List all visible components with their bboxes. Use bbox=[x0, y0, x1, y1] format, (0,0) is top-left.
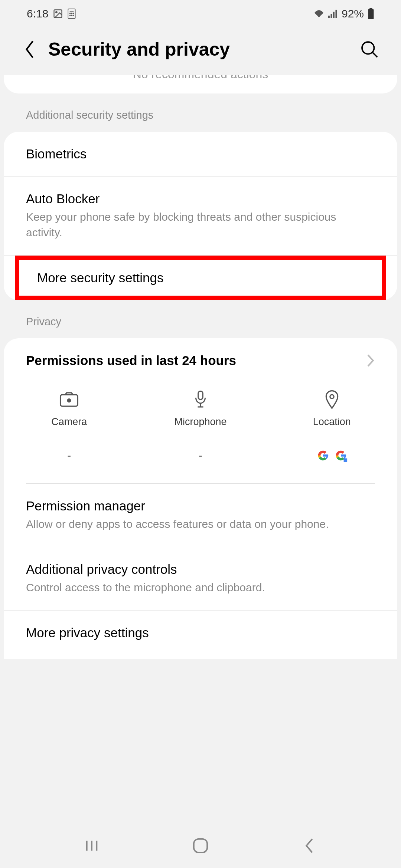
permissions-24h-item[interactable]: Permissions used in last 24 hours bbox=[4, 338, 397, 379]
svg-rect-20 bbox=[198, 391, 203, 400]
perm-camera-label: Camera bbox=[51, 416, 87, 428]
svg-point-5 bbox=[71, 13, 72, 14]
calculator-icon bbox=[68, 9, 76, 19]
permissions-24h-title: Permissions used in last 24 hours bbox=[26, 353, 236, 368]
battery-icon bbox=[368, 8, 374, 19]
svg-point-8 bbox=[71, 15, 72, 16]
back-button[interactable] bbox=[22, 42, 37, 57]
page-title: Security and privacy bbox=[48, 39, 349, 60]
svg-point-19 bbox=[68, 399, 71, 402]
auto-blocker-subtitle: Keep your phone safe by blocking threats… bbox=[26, 209, 375, 240]
biometrics-title: Biometrics bbox=[26, 147, 375, 161]
navigation-bar bbox=[0, 823, 401, 868]
status-right: 92% bbox=[313, 7, 374, 20]
perm-location-col[interactable]: Location bbox=[266, 390, 397, 465]
svg-point-6 bbox=[73, 13, 74, 14]
perm-microphone-label: Microphone bbox=[174, 416, 226, 428]
svg-point-4 bbox=[70, 13, 71, 14]
image-icon bbox=[53, 9, 63, 19]
perm-microphone-apps: - bbox=[199, 446, 202, 465]
home-icon bbox=[192, 838, 209, 854]
google-app-icon bbox=[316, 448, 330, 463]
more-security-title: More security settings bbox=[37, 270, 364, 285]
nav-recents[interactable] bbox=[81, 835, 103, 857]
chevron-right-icon bbox=[366, 354, 375, 368]
search-button[interactable] bbox=[360, 40, 379, 59]
nav-back-icon bbox=[304, 838, 315, 854]
page-header: Security and privacy bbox=[0, 24, 401, 75]
more-security-item[interactable]: More security settings bbox=[15, 256, 386, 300]
svg-point-7 bbox=[70, 15, 71, 16]
svg-line-17 bbox=[373, 53, 378, 57]
permission-manager-item[interactable]: Permission manager Allow or deny apps to… bbox=[4, 484, 397, 547]
additional-privacy-subtitle: Control access to the microphone and cli… bbox=[26, 580, 375, 595]
svg-rect-14 bbox=[369, 8, 372, 9]
svg-rect-10 bbox=[328, 16, 330, 18]
svg-point-1 bbox=[56, 11, 58, 13]
perm-camera-col[interactable]: Camera - bbox=[4, 390, 135, 465]
recents-icon bbox=[84, 838, 99, 853]
search-icon bbox=[360, 40, 379, 59]
recommended-actions-text: No recommended actions bbox=[133, 75, 268, 81]
perm-microphone-col[interactable]: Microphone - bbox=[135, 390, 267, 465]
nav-home[interactable] bbox=[189, 835, 212, 857]
privacy-card: Permissions used in last 24 hours Camera… bbox=[4, 338, 397, 659]
permissions-grid: Camera - Microphone - Location bbox=[4, 379, 397, 483]
svg-point-23 bbox=[330, 395, 333, 398]
status-time: 6:18 bbox=[27, 7, 48, 20]
location-icon bbox=[325, 390, 339, 409]
svg-point-9 bbox=[73, 15, 74, 16]
svg-rect-15 bbox=[368, 9, 374, 20]
security-card: Biometrics Auto Blocker Keep your phone … bbox=[4, 132, 397, 300]
signal-icon bbox=[328, 9, 338, 18]
battery-percent: 92% bbox=[342, 7, 364, 20]
perm-location-apps bbox=[316, 446, 348, 465]
privacy-section-header: Privacy bbox=[0, 300, 401, 338]
back-icon bbox=[24, 40, 35, 59]
auto-blocker-item[interactable]: Auto Blocker Keep your phone safe by blo… bbox=[4, 177, 397, 256]
permission-manager-title: Permission manager bbox=[26, 499, 375, 513]
svg-rect-28 bbox=[194, 839, 207, 852]
status-bar: 6:18 92% bbox=[0, 0, 401, 24]
perm-camera-apps: - bbox=[67, 446, 71, 465]
recommended-actions-card[interactable]: No recommended actions bbox=[4, 75, 397, 93]
more-privacy-title: More privacy settings bbox=[26, 625, 375, 640]
permission-manager-subtitle: Allow or deny apps to access features or… bbox=[26, 516, 375, 532]
additional-privacy-title: Additional privacy controls bbox=[26, 562, 375, 577]
svg-rect-13 bbox=[335, 10, 337, 18]
more-privacy-item[interactable]: More privacy settings bbox=[4, 611, 397, 644]
wifi-icon bbox=[313, 9, 325, 18]
status-left: 6:18 bbox=[27, 7, 76, 20]
auto-blocker-title: Auto Blocker bbox=[26, 191, 375, 206]
svg-rect-24 bbox=[343, 458, 347, 462]
nav-back[interactable] bbox=[298, 835, 320, 857]
svg-rect-12 bbox=[333, 12, 335, 18]
biometrics-item[interactable]: Biometrics bbox=[4, 132, 397, 177]
perm-location-label: Location bbox=[313, 416, 351, 428]
google-app-icon-2 bbox=[334, 448, 348, 463]
camera-icon bbox=[59, 390, 79, 409]
additional-privacy-item[interactable]: Additional privacy controls Control acce… bbox=[4, 547, 397, 611]
microphone-icon bbox=[194, 390, 207, 409]
svg-point-16 bbox=[362, 42, 374, 54]
svg-rect-11 bbox=[330, 14, 332, 18]
security-section-header: Additional security settings bbox=[0, 93, 401, 132]
